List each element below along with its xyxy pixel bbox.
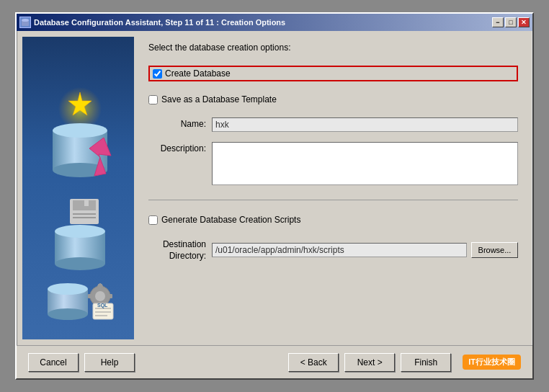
generate-scripts-label: Generate Database Creation Scripts [161, 215, 300, 225]
svg-rect-13 [73, 217, 96, 218]
bottom-left-buttons: Cancel Help [28, 353, 135, 372]
svg-point-16 [55, 257, 105, 270]
illustration-svg: SQL [28, 55, 129, 321]
window-title: Database Configuration Assistant, Step 1… [34, 18, 492, 27]
help-button[interactable]: Help [84, 353, 135, 372]
close-button[interactable]: ✕ [518, 17, 530, 27]
back-button[interactable]: < Back [288, 353, 339, 372]
svg-rect-11 [84, 200, 89, 206]
svg-point-20 [48, 308, 88, 320]
app-icon [19, 17, 31, 28]
create-database-checkbox[interactable] [153, 69, 162, 79]
destination-row: Browse... [212, 242, 518, 258]
svg-rect-26 [88, 294, 93, 298]
name-input[interactable] [212, 117, 518, 132]
generate-scripts-checkbox[interactable] [148, 215, 158, 225]
svg-rect-12 [73, 213, 96, 215]
save-template-label: Save as a Database Template [161, 94, 277, 104]
bottom-bar: Cancel Help < Back Next > Finish IT行业技术圈 [17, 345, 532, 378]
watermark: IT行业技术圈 [463, 355, 521, 370]
section-label: Select the database creation options: [148, 43, 518, 53]
window-controls: − □ ✕ [492, 17, 530, 27]
svg-point-17 [55, 225, 105, 238]
cancel-button[interactable]: Cancel [28, 353, 79, 372]
title-bar: Database Configuration Assistant, Step 1… [17, 14, 532, 31]
destination-input[interactable] [212, 243, 467, 257]
svg-text:SQL: SQL [97, 303, 108, 308]
svg-rect-27 [107, 294, 112, 298]
description-textarea[interactable] [212, 142, 518, 185]
svg-point-1 [22, 19, 29, 22]
bottom-right-buttons: < Back Next > Finish IT行业技术圈 [288, 353, 521, 372]
generate-scripts-option: Generate Database Creation Scripts [148, 215, 518, 225]
right-panel: Select the database creation options: Cr… [134, 31, 532, 345]
destination-label: Destination Directory: [148, 238, 206, 262]
description-label: Description: [148, 142, 206, 153]
finish-button[interactable]: Finish [401, 353, 451, 372]
content-area: SQL Select the database creation options… [17, 31, 532, 345]
save-template-checkbox[interactable] [148, 95, 158, 104]
maximize-button[interactable]: □ [505, 17, 517, 27]
illustration-panel: SQL [22, 37, 134, 339]
create-database-option: Create Database [148, 66, 518, 81]
svg-point-21 [48, 283, 88, 295]
create-database-label: Create Database [165, 68, 231, 79]
svg-point-7 [53, 123, 107, 138]
save-template-option: Save as a Database Template [148, 94, 518, 104]
divider [148, 200, 518, 200]
name-group: Name: [148, 117, 518, 132]
main-window: Database Configuration Assistant, Step 1… [15, 12, 534, 380]
svg-point-23 [95, 291, 105, 301]
name-label: Name: [148, 117, 206, 129]
next-button[interactable]: Next > [344, 353, 395, 372]
minimize-button[interactable]: − [492, 17, 504, 27]
destination-group: Destination Directory: Browse... [148, 238, 518, 262]
description-group: Description: [148, 142, 518, 185]
browse-button[interactable]: Browse... [471, 242, 518, 258]
